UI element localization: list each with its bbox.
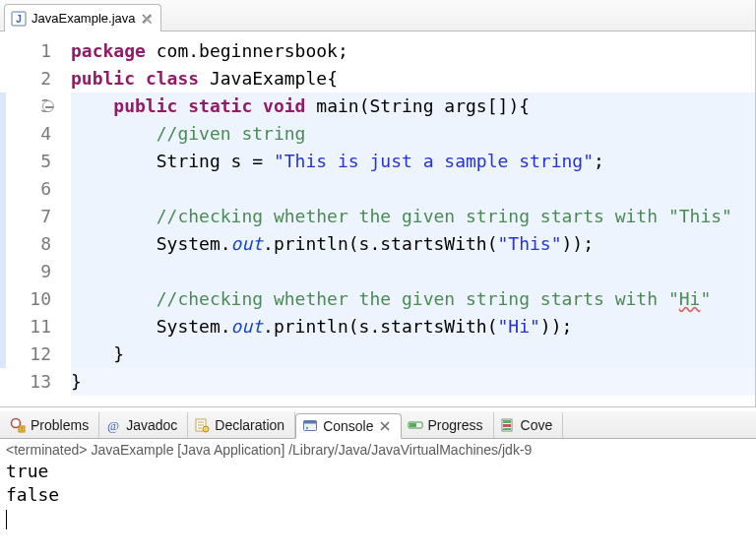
code-line[interactable]: }: [71, 368, 755, 396]
code-line[interactable]: //checking whether the given string star…: [71, 203, 755, 230]
line-number: 13: [0, 368, 51, 396]
editor-tab-bar: J JavaExample.java: [0, 0, 755, 31]
tab-label: Declaration: [215, 417, 284, 433]
line-number: 11: [0, 313, 51, 340]
tab-declaration[interactable]: Declaration: [188, 412, 295, 438]
line-number: 5: [0, 148, 51, 175]
close-icon[interactable]: [379, 420, 391, 432]
svg-rect-9: [304, 421, 317, 424]
code-line[interactable]: package com.beginnersbook;: [71, 37, 755, 65]
tab-coverage[interactable]: Cove: [494, 412, 564, 438]
svg-rect-15: [503, 428, 511, 430]
console-output[interactable]: true false: [6, 460, 750, 530]
svg-rect-13: [503, 420, 511, 423]
tab-label: Console: [323, 418, 373, 434]
svg-point-7: [203, 426, 209, 432]
code-line[interactable]: [71, 175, 755, 203]
console-process-header: <terminated> JavaExample [Java Applicati…: [6, 442, 750, 458]
line-number: 3: [0, 93, 51, 120]
code-line[interactable]: public class JavaExample{: [71, 65, 755, 93]
tab-javadoc[interactable]: @Javadoc: [99, 412, 188, 438]
svg-rect-11: [410, 423, 416, 427]
tab-label: Progress: [428, 417, 483, 433]
line-number: 2: [0, 65, 51, 93]
code-line[interactable]: //given string: [71, 120, 755, 148]
code-line[interactable]: System.out.println(s.startsWith("This"))…: [71, 230, 755, 258]
javadoc-icon: @: [105, 417, 121, 433]
tab-label: Problems: [31, 417, 89, 433]
line-number: 1: [0, 37, 51, 65]
tab-progress[interactable]: Progress: [402, 412, 494, 438]
console-view: <terminated> JavaExample [Java Applicati…: [0, 439, 756, 530]
tab-label: Cove: [521, 417, 553, 433]
code-content[interactable]: package com.beginnersbook;public class J…: [61, 37, 755, 406]
line-number: 8: [0, 230, 51, 258]
code-editor[interactable]: 12345678910111213 package com.beginnersb…: [0, 31, 755, 406]
close-icon[interactable]: [141, 13, 153, 25]
line-number: 10: [0, 285, 51, 313]
code-line[interactable]: [71, 258, 755, 285]
editor-tab-javaexample[interactable]: J JavaExample.java: [4, 4, 161, 31]
line-number: 7: [0, 203, 51, 230]
tab-label: Javadoc: [126, 417, 177, 433]
tab-problems[interactable]: !Problems: [4, 412, 99, 438]
line-number: 6: [0, 175, 51, 203]
svg-text:@: @: [107, 418, 119, 433]
code-line[interactable]: //checking whether the given string star…: [71, 285, 755, 313]
code-line[interactable]: System.out.println(s.startsWith("Hi"));: [71, 313, 755, 340]
code-line[interactable]: public static void main(String args[]){: [71, 93, 755, 120]
line-number: 4: [0, 120, 51, 148]
java-file-icon: J: [11, 11, 27, 27]
declaration-icon: [194, 417, 210, 433]
views-tab-bar: !Problems@JavadocDeclarationConsoleProgr…: [0, 411, 756, 439]
editor-tab-label: JavaExample.java: [32, 11, 136, 26]
progress-icon: [408, 417, 423, 433]
console-icon: [302, 418, 318, 434]
editor-region: J JavaExample.java 12345678910111213 pac…: [0, 0, 756, 407]
svg-text:J: J: [16, 14, 22, 25]
text-cursor: [6, 510, 7, 529]
code-line[interactable]: }: [71, 340, 755, 368]
svg-rect-14: [503, 424, 511, 427]
tab-console[interactable]: Console: [295, 413, 401, 439]
coverage-icon: [500, 417, 516, 433]
line-number-gutter: 12345678910111213: [0, 37, 61, 406]
line-number: 12: [0, 340, 51, 368]
line-number: 9: [0, 258, 51, 285]
code-line[interactable]: String s = "This is just a sample string…: [71, 148, 755, 175]
problems-icon: !: [10, 417, 26, 433]
fold-toggle-icon[interactable]: [42, 100, 54, 112]
